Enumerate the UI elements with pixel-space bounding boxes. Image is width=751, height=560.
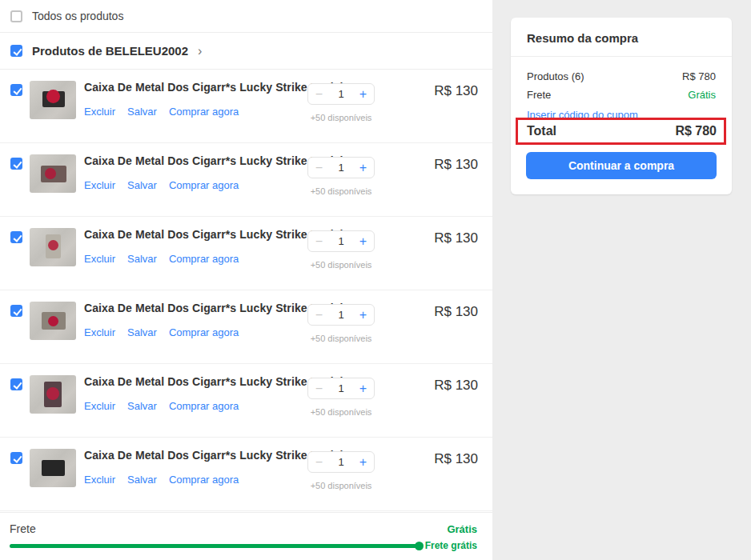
decrease-quantity-button[interactable]: − [308, 382, 330, 396]
buy-now-link[interactable]: Comprar agora [169, 326, 239, 338]
decrease-quantity-button[interactable]: − [308, 308, 330, 322]
product-thumbnail[interactable] [30, 302, 76, 340]
product-thumbnail[interactable] [30, 81, 76, 119]
seller-header-row: Produtos de BELELEU2002 › [0, 33, 492, 70]
summary-products-row: Produtos (6) R$ 780 [527, 70, 716, 82]
chevron-right-icon[interactable]: › [198, 44, 202, 58]
cart-item-row: Caixa De Metal Dos Cigarr*s Lucky Strike… [0, 70, 492, 143]
save-link[interactable]: Salvar [127, 179, 157, 191]
quantity-stepper: − 1 + [307, 378, 375, 399]
save-link[interactable]: Salvar [127, 400, 157, 412]
quantity-value: 1 [330, 382, 352, 394]
item-checkbox[interactable] [10, 378, 22, 390]
increase-quantity-button[interactable]: + [352, 382, 374, 396]
stock-note: +50 disponíveis [307, 407, 375, 417]
stock-note: +50 disponíveis [307, 334, 375, 343]
save-link[interactable]: Salvar [127, 106, 157, 118]
increase-quantity-button[interactable]: + [352, 234, 374, 249]
delete-link[interactable]: Excluir [84, 400, 115, 412]
select-all-checkbox[interactable] [10, 10, 22, 22]
cart-item-row: Caixa De Metal Dos Cigarr*s Lucky Strike… [0, 143, 492, 217]
stock-note: +50 disponíveis [307, 113, 375, 122]
seller-checkbox[interactable] [10, 45, 22, 57]
delete-link[interactable]: Excluir [84, 179, 115, 191]
shipping-value: Grátis [447, 523, 477, 535]
product-title[interactable]: Caixa De Metal Dos Cigarr*s Lucky Strike… [84, 375, 304, 388]
item-price: R$ 130 [384, 438, 492, 510]
cart-item-row: Caixa De Metal Dos Cigarr*s Lucky Strike… [0, 438, 492, 511]
seller-title[interactable]: Produtos de BELELEU2002 [32, 44, 188, 58]
increase-quantity-button[interactable]: + [352, 161, 374, 175]
summary-shipping-label: Frete [527, 89, 551, 101]
total-highlight-annotation: Total R$ 780 [516, 118, 726, 145]
product-title[interactable]: Caixa De Metal Dos Cigarr*s Lucky Strike… [84, 81, 304, 94]
delete-link[interactable]: Excluir [84, 474, 115, 486]
progress-fill [10, 544, 420, 548]
product-title[interactable]: Caixa De Metal Dos Cigarr*s Lucky Strike… [84, 228, 304, 241]
quantity-value: 1 [330, 88, 352, 100]
product-title[interactable]: Caixa De Metal Dos Cigarr*s Lucky Strike… [84, 302, 304, 314]
cart-items: Caixa De Metal Dos Cigarr*s Lucky Strike… [0, 70, 492, 511]
quantity-value: 1 [330, 456, 352, 468]
increase-quantity-button[interactable]: + [352, 308, 374, 322]
delete-link[interactable]: Excluir [84, 106, 115, 118]
quantity-stepper: − 1 + [307, 157, 375, 178]
product-title[interactable]: Caixa De Metal Dos Cigarr*s Lucky Strike… [84, 449, 304, 462]
product-thumbnail[interactable] [30, 154, 76, 193]
summary-shipping-row: Frete Grátis [527, 89, 716, 101]
quantity-stepper: − 1 + [307, 304, 375, 326]
cart-item-row: Caixa De Metal Dos Cigarr*s Lucky Strike… [0, 217, 492, 290]
stock-note: +50 disponíveis [307, 186, 375, 196]
continue-purchase-button[interactable]: Continuar a compra [526, 152, 717, 179]
buy-now-link[interactable]: Comprar agora [169, 253, 239, 265]
free-shipping-progress-label: Frete grátis [425, 540, 477, 551]
buy-now-link[interactable]: Comprar agora [169, 474, 239, 486]
save-link[interactable]: Salvar [127, 474, 157, 486]
buy-now-link[interactable]: Comprar agora [169, 179, 239, 191]
decrease-quantity-button[interactable]: − [308, 455, 330, 470]
product-title[interactable]: Caixa De Metal Dos Cigarr*s Lucky Strike… [84, 154, 304, 167]
summary-title: Resumo da compra [511, 18, 732, 45]
delete-link[interactable]: Excluir [84, 326, 115, 338]
increase-quantity-button[interactable]: + [352, 87, 374, 102]
summary-shipping-value: Grátis [688, 89, 716, 101]
item-checkbox[interactable] [10, 305, 22, 317]
item-price: R$ 130 [384, 70, 492, 142]
stock-note: +50 disponíveis [307, 481, 375, 490]
select-all-label: Todos os produtos [32, 10, 123, 22]
delete-link[interactable]: Excluir [84, 253, 115, 265]
product-thumbnail[interactable] [30, 228, 76, 266]
select-all-row: Todos os produtos [0, 0, 492, 33]
buy-now-link[interactable]: Comprar agora [169, 400, 239, 412]
increase-quantity-button[interactable]: + [352, 455, 374, 470]
product-thumbnail[interactable] [30, 449, 76, 487]
shipping-footer: Frete Grátis Frete grátis [0, 512, 492, 560]
quantity-stepper: − 1 + [307, 230, 375, 252]
item-checkbox[interactable] [10, 84, 22, 96]
save-link[interactable]: Salvar [127, 253, 157, 265]
quantity-value: 1 [330, 309, 352, 321]
summary-products-value: R$ 780 [682, 70, 716, 82]
product-thumbnail[interactable] [30, 375, 76, 414]
quantity-value: 1 [330, 235, 352, 247]
save-link[interactable]: Salvar [127, 326, 157, 338]
decrease-quantity-button[interactable]: − [308, 87, 330, 102]
cart-item-row: Caixa De Metal Dos Cigarr*s Lucky Strike… [0, 364, 492, 438]
cart-panel: Todos os produtos Produtos de BELELEU200… [0, 0, 492, 560]
decrease-quantity-button[interactable]: − [308, 161, 330, 175]
free-shipping-progress [10, 544, 420, 548]
item-price: R$ 130 [384, 217, 492, 290]
summary-products-label: Produtos (6) [527, 70, 584, 82]
item-price: R$ 130 [384, 290, 492, 363]
item-checkbox[interactable] [10, 452, 22, 464]
total-label: Total [527, 124, 556, 138]
item-price: R$ 130 [384, 143, 492, 216]
total-value: R$ 780 [675, 124, 717, 138]
quantity-stepper: − 1 + [307, 451, 375, 473]
shipping-label: Frete [10, 522, 36, 535]
item-price: R$ 130 [384, 364, 492, 437]
decrease-quantity-button[interactable]: − [308, 234, 330, 249]
item-checkbox[interactable] [10, 158, 22, 170]
item-checkbox[interactable] [10, 231, 22, 243]
buy-now-link[interactable]: Comprar agora [169, 106, 239, 118]
